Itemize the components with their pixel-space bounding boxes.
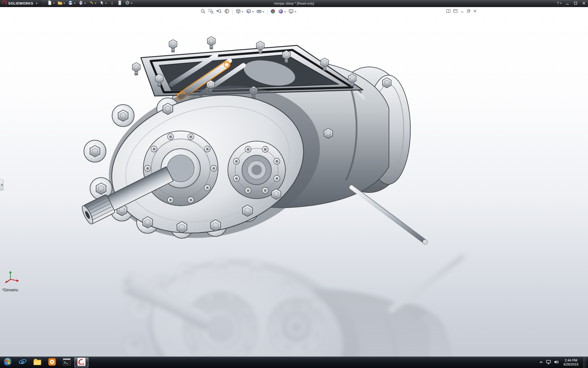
select-dropdown-icon[interactable] xyxy=(105,3,107,4)
brand-label: SOLIDWORKS xyxy=(8,2,33,5)
view-settings-icon xyxy=(288,9,294,15)
titlebar-controls: ? xyxy=(555,0,588,7)
gearbox-assembly[interactable] xyxy=(80,36,428,259)
heads-up-view-toolbar xyxy=(200,8,297,16)
feature-manager-flyout-tab[interactable] xyxy=(0,179,3,190)
toolbar-separator xyxy=(267,10,267,14)
taskbar-clock[interactable]: 2:44 PM 6/26/2015 xyxy=(561,358,581,366)
full-pane-button[interactable] xyxy=(453,9,458,14)
maximize-button[interactable] xyxy=(571,0,580,7)
select-cursor-icon xyxy=(99,0,104,6)
new-button[interactable] xyxy=(46,0,56,7)
undo-button[interactable] xyxy=(88,0,97,7)
rebuild-icon xyxy=(110,0,115,6)
hide-show-items-button[interactable] xyxy=(256,8,265,16)
solidworks-window: SOLIDWORKS xyxy=(0,0,588,368)
select-button[interactable] xyxy=(98,0,108,7)
volume-tray-icon[interactable] xyxy=(554,360,559,366)
zoom-to-fit-button[interactable] xyxy=(200,8,206,16)
new-document-icon xyxy=(47,0,52,6)
close-button[interactable] xyxy=(580,0,588,7)
view-orientation-button[interactable] xyxy=(235,8,244,16)
clock-date: 6/26/2015 xyxy=(564,362,579,366)
system-tray: 2:44 PM 6/26/2015 xyxy=(539,357,588,368)
start-button[interactable] xyxy=(0,357,15,368)
apply-scene-dropdown-icon[interactable] xyxy=(284,11,286,13)
save-dropdown-icon[interactable] xyxy=(74,3,76,4)
previous-view-icon xyxy=(216,9,222,15)
doc-restore-button[interactable] xyxy=(467,9,470,14)
doc-close-button[interactable] xyxy=(473,9,477,14)
internet-explorer-icon: e xyxy=(18,358,27,367)
open-button[interactable] xyxy=(57,0,66,7)
titlebar: SOLIDWORKS xyxy=(0,0,588,7)
undo-icon xyxy=(89,0,94,6)
undo-dropdown-icon[interactable] xyxy=(95,3,96,4)
taskbar-solidworks-2015[interactable]: 2015 xyxy=(74,358,89,367)
display-style-cube-icon xyxy=(246,9,251,15)
print-dropdown-icon[interactable] xyxy=(84,3,86,4)
toolbar-separator xyxy=(232,10,233,14)
help-dropdown-icon[interactable] xyxy=(560,3,562,4)
reference-triad xyxy=(4,268,21,286)
view-settings-button[interactable] xyxy=(288,8,297,16)
input-bearing-boss[interactable] xyxy=(143,131,218,206)
view-orientation-dropdown-icon[interactable] xyxy=(242,11,243,13)
doc-minimize-button[interactable] xyxy=(460,9,464,14)
minimize-button[interactable] xyxy=(563,0,571,7)
graphics-area[interactable]: *Dimetric xyxy=(0,7,588,357)
display-style-button[interactable] xyxy=(245,8,254,16)
split-pane-button[interactable] xyxy=(446,9,450,14)
close-icon xyxy=(582,1,586,6)
save-button[interactable] xyxy=(67,0,77,7)
section-view-button[interactable] xyxy=(224,8,230,16)
previous-view-button[interactable] xyxy=(216,8,222,16)
svg-text:e: e xyxy=(21,358,24,366)
command-prompt-icon xyxy=(63,358,71,367)
help-button[interactable]: ? xyxy=(555,0,563,7)
options-gear-icon xyxy=(125,0,130,6)
zoom-to-fit-icon xyxy=(200,9,206,15)
open-dropdown-icon[interactable] xyxy=(63,3,65,4)
document-title: menjac sklop * [Read-only] xyxy=(274,0,314,7)
zoom-to-area-icon xyxy=(208,9,214,15)
show-desktop-button[interactable] xyxy=(583,357,587,368)
hide-show-glasses-icon xyxy=(256,9,262,15)
solidworks-app-icon: 2015 xyxy=(77,358,86,367)
rebuild-button[interactable] xyxy=(109,0,115,7)
new-dropdown-icon[interactable] xyxy=(53,3,55,4)
open-folder-icon xyxy=(58,0,62,6)
options-dropdown-icon[interactable] xyxy=(131,3,133,4)
apply-scene-ball-icon xyxy=(278,9,284,15)
print-icon xyxy=(78,0,83,6)
document-window-controls xyxy=(446,9,477,14)
solidworks-logo-icon xyxy=(2,0,7,6)
flyout-collapse-icon xyxy=(1,184,2,186)
zoom-to-area-button[interactable] xyxy=(208,8,214,16)
taskbar-media-player[interactable] xyxy=(45,358,59,367)
folder-icon xyxy=(33,358,42,367)
model-canvas[interactable] xyxy=(0,7,588,357)
minimize-icon xyxy=(566,1,569,6)
view-settings-dropdown-icon[interactable] xyxy=(295,11,296,13)
view-orientation-cube-icon xyxy=(236,9,241,15)
options-button[interactable] xyxy=(124,0,134,7)
display-tray-icon[interactable] xyxy=(546,360,551,366)
hide-show-dropdown-icon[interactable] xyxy=(262,11,264,13)
file-properties-icon xyxy=(117,0,122,6)
clock-time: 2:44 PM xyxy=(564,358,579,362)
taskbar-command-prompt[interactable] xyxy=(60,358,74,367)
hidden-icons-chevron-icon[interactable] xyxy=(539,360,543,365)
apply-scene-button[interactable] xyxy=(277,8,287,16)
save-icon xyxy=(68,0,73,6)
edit-appearance-button[interactable] xyxy=(270,8,276,16)
solidworks-menu-button[interactable]: SOLIDWORKS xyxy=(0,0,41,7)
taskbar-internet-explorer[interactable]: e xyxy=(16,358,30,367)
solidworks-badge: 2015 xyxy=(79,363,84,366)
output-shaft[interactable] xyxy=(352,186,428,244)
display-style-dropdown-icon[interactable] xyxy=(252,11,254,13)
print-button[interactable] xyxy=(77,0,87,7)
taskbar-windows-explorer[interactable] xyxy=(30,358,44,367)
file-properties-button[interactable] xyxy=(116,0,123,7)
windows-taskbar: e xyxy=(0,357,588,368)
